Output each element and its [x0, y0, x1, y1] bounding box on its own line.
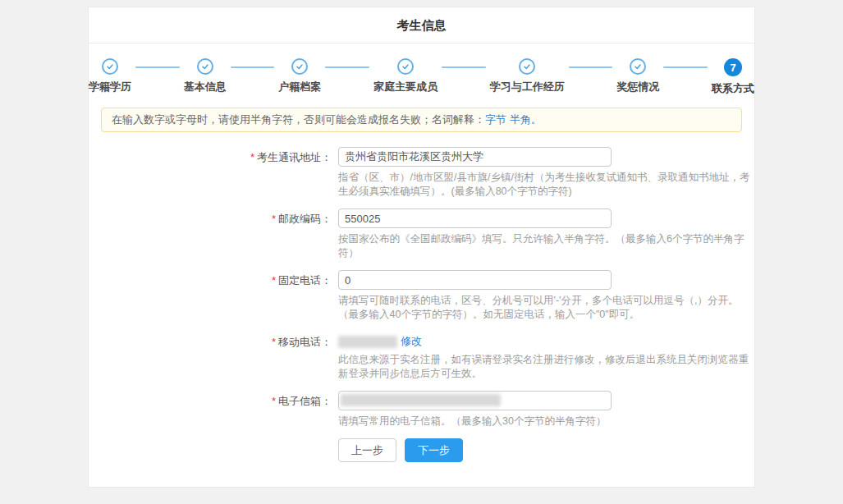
field-row-address: *考生通讯地址： 指省（区、市）/地市区盟/县市旗/乡镇/街村（为考生接收复试通… [89, 147, 754, 199]
step-check-icon [519, 58, 535, 75]
step-connector [135, 66, 180, 68]
previous-step-button[interactable]: 上一步 [338, 438, 396, 462]
notice-suffix: 。 [531, 113, 542, 126]
contact-info-form: *考生通讯地址： 指省（区、市）/地市区盟/县市旗/乡镇/街村（为考生接收复试通… [89, 147, 754, 462]
step-connector [325, 66, 369, 68]
required-marker: * [250, 151, 254, 163]
candidate-info-panel: 考生信息 学籍学历 基本信息 户籍档案 家庭主要成员 [88, 7, 755, 488]
landline-input[interactable] [338, 270, 612, 290]
step-check-icon [630, 58, 646, 75]
step-label: 奖惩情况 [616, 80, 659, 94]
required-marker: * [272, 395, 276, 407]
postal-code-hint: 按国家公布的《全国邮政编码》填写。只允许输入半角字符。（最多输入6个字节的半角字… [338, 232, 753, 260]
address-input[interactable] [338, 147, 612, 167]
modify-mobile-link[interactable]: 修改 [401, 335, 422, 347]
step-label: 学籍学历 [89, 80, 131, 94]
mobile-hint: 此信息来源于实名注册，如有误请登录实名注册进行修改，修改后退出系统且关闭浏览器重… [338, 353, 753, 381]
step-label: 户籍档案 [278, 80, 321, 94]
landline-hint: 请填写可随时联系的电话，区号、分机号可以用'-'分开，多个电话可以用逗号（,）分… [338, 294, 753, 322]
halfwidth-notice-banner: 在输入数字或字母时，请使用半角字符，否则可能会造成报名失败；名词解释：字节 半角… [101, 108, 742, 132]
step-item-5: 学习与工作经历 [490, 58, 565, 94]
email-hint: 请填写常用的电子信箱。（最多输入30个字节的半角字符） [338, 415, 612, 428]
step-check-icon [291, 58, 308, 75]
step-number-badge: 7 [724, 58, 742, 76]
page-title: 考生信息 [89, 7, 754, 44]
step-label: 家庭主要成员 [373, 80, 438, 94]
form-actions: 上一步 下一步 [338, 438, 754, 462]
address-label: 考生通讯地址： [257, 151, 332, 163]
next-step-button[interactable]: 下一步 [405, 438, 463, 462]
postal-code-label: 邮政编码： [278, 213, 332, 225]
field-row-mobile: *移动电话： 修改 此信息来源于实名注册，如有误请登录实名注册进行修改，修改后退… [89, 332, 754, 381]
email-label: 电子信箱： [278, 395, 332, 407]
step-item-4: 家庭主要成员 [373, 58, 438, 94]
notice-text: 在输入数字或字母时，请使用半角字符，否则可能会造成报名失败；名词解释： [112, 113, 485, 126]
step-label: 学习与工作经历 [490, 80, 565, 94]
field-row-email: *电子信箱： 请填写常用的电子信箱。（最多输入30个字节的半角字符） [89, 391, 754, 428]
step-connector [231, 66, 275, 68]
landline-label: 固定电话： [278, 274, 332, 286]
required-marker: * [272, 213, 276, 225]
step-check-icon [102, 58, 118, 75]
halfwidth-definition-link[interactable]: 半角 [510, 113, 531, 126]
step-connector [442, 66, 486, 68]
step-item-3: 户籍档案 [278, 58, 321, 94]
step-item-7-current: 7 联系方式 [712, 58, 754, 96]
step-item-6: 奖惩情况 [616, 58, 659, 94]
mobile-label: 移动电话： [278, 336, 332, 348]
field-row-postal-code: *邮政编码： 按国家公布的《全国邮政编码》填写。只允许输入半角字符。（最多输入6… [89, 208, 754, 260]
step-label: 基本信息 [184, 80, 227, 94]
step-check-icon [197, 58, 213, 75]
step-connector [663, 66, 708, 68]
email-redacted [341, 394, 501, 406]
required-marker: * [272, 336, 276, 348]
step-check-icon [397, 58, 414, 75]
required-marker: * [272, 274, 276, 286]
step-label: 联系方式 [712, 81, 754, 96]
step-item-2: 基本信息 [184, 58, 227, 94]
address-hint: 指省（区、市）/地市区盟/县市旗/乡镇/街村（为考生接收复试通知书、录取通知书地… [338, 171, 753, 199]
mobile-number-redacted [338, 336, 397, 348]
postal-code-input[interactable] [338, 208, 612, 228]
field-row-landline: *固定电话： 请填写可随时联系的电话，区号、分机号可以用'-'分开，多个电话可以… [89, 270, 754, 322]
step-item-1: 学籍学历 [89, 58, 131, 94]
byte-definition-link[interactable]: 字节 [485, 113, 506, 126]
progress-stepper: 学籍学历 基本信息 户籍档案 家庭主要成员 学习 [89, 44, 754, 96]
step-connector [569, 66, 613, 68]
